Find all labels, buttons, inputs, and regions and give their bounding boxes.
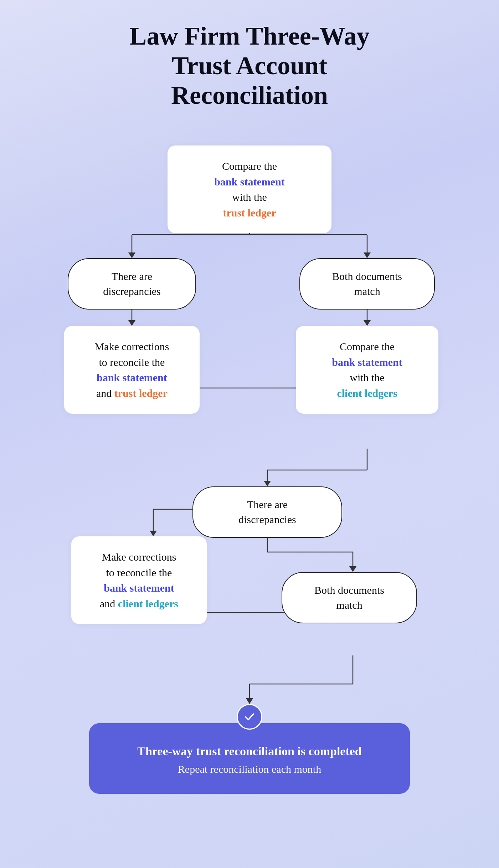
svg-marker-9 (364, 320, 371, 326)
right-rect1-l1: Compare the (340, 341, 395, 352)
left-pill-line1: There are (112, 270, 152, 282)
left-rect2-l2: to reconcile the (106, 567, 172, 578)
svg-marker-15 (264, 481, 271, 486)
left-corrections-box: Make corrections to reconcile the bank s… (64, 326, 200, 414)
right-rect1-client: client ledgers (337, 387, 397, 399)
left-rect2-and: and (100, 598, 115, 609)
top-box-line1: Compare the (222, 160, 277, 172)
svg-marker-22 (349, 566, 356, 572)
left-rect1-and: and (96, 387, 112, 399)
svg-marker-7 (128, 320, 135, 326)
left-pill-discrepancies: There are discrepancies (68, 258, 196, 310)
svg-marker-3 (128, 252, 135, 258)
left-rect1-l2: to reconcile the (99, 356, 165, 368)
svg-marker-28 (246, 698, 253, 704)
check-circle (237, 704, 262, 730)
top-box-line3: with the (232, 191, 267, 203)
final-title: Three-way trust reconciliation is comple… (114, 745, 385, 758)
final-subtitle: Repeat reconciliation each month (114, 763, 385, 775)
right-rect1-bank: bank statement (332, 356, 402, 368)
svg-marker-5 (364, 252, 371, 258)
left-corrections-client-box: Make corrections to reconcile the bank s… (71, 536, 207, 624)
right-pill-match: Both documents match (299, 258, 435, 310)
left-pill-line2: discrepancies (103, 285, 161, 297)
right-pill-match-2: Both documents match (282, 572, 417, 623)
right-rect1-l3: with the (350, 372, 385, 383)
page-title: Law Firm Three-Way Trust Account Reconci… (107, 21, 392, 110)
left-rect2-l1: Make corrections (102, 551, 176, 563)
right-pill2-l1: Both documents (314, 584, 384, 596)
left-rect1-bank: bank statement (97, 372, 167, 383)
svg-marker-18 (150, 531, 157, 536)
center-pill2-l2: discrepancies (238, 514, 296, 525)
left-rect2-client: client ledgers (118, 598, 178, 609)
right-pill2-l2: match (336, 599, 362, 611)
right-pill-line1: Both documents (332, 270, 402, 282)
right-pill-line2: match (354, 285, 380, 297)
center-pill-discrepancies: There are discrepancies (192, 486, 342, 538)
center-pill2-l1: There are (247, 499, 288, 510)
top-box-trust-ledger: trust ledger (223, 207, 276, 219)
top-compare-box: Compare the bank statement with the trus… (168, 145, 331, 233)
top-box-bank-statement: bank statement (214, 176, 285, 188)
final-box: Three-way trust reconciliation is comple… (89, 723, 410, 794)
right-compare-client-box: Compare the bank statement with the clie… (296, 326, 438, 414)
left-rect1-trust: trust ledger (114, 387, 168, 399)
left-rect2-bank: bank statement (104, 582, 174, 594)
left-rect1-l1: Make corrections (94, 341, 169, 352)
